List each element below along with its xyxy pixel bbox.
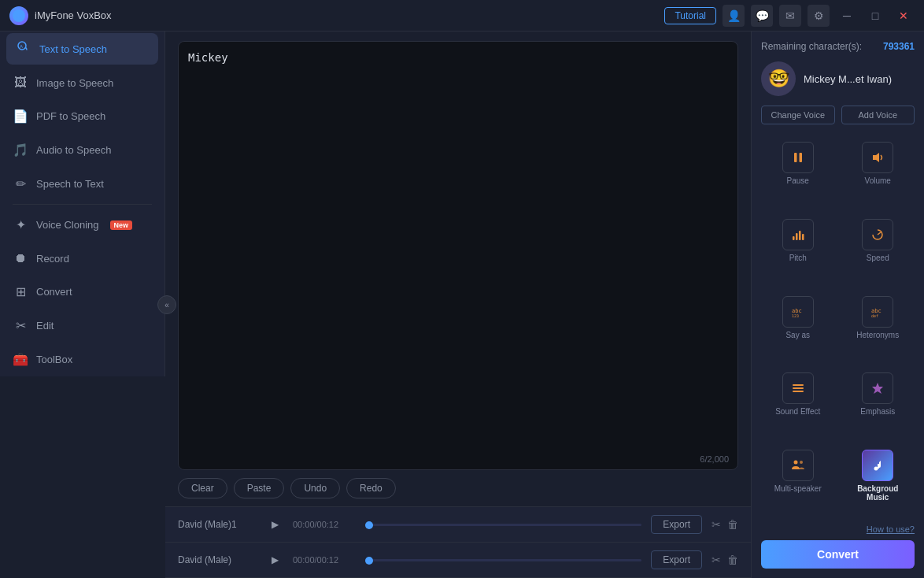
maximize-button[interactable]: □ <box>864 5 886 27</box>
voice-name: Mickey M...et Iwan) <box>804 73 892 85</box>
sidebar-label-audio-to-speech: Audio to Speech <box>36 144 111 156</box>
track-play-2[interactable]: ▶ <box>266 551 283 569</box>
voice-profile: 🤓 Mickey M...et Iwan) <box>761 61 915 96</box>
convert-icon: ⊞ <box>13 284 28 299</box>
right-panel: Remaining character(s): 793361 🤓 Mickey … <box>751 31 924 578</box>
how-to-use-link[interactable]: How to use? <box>761 524 915 534</box>
avatar: 🤓 <box>761 61 796 96</box>
change-voice-button[interactable]: Change Voice <box>761 106 835 124</box>
image-to-speech-icon: 🖼 <box>13 76 28 90</box>
text-editor[interactable]: Mickey <box>178 41 738 470</box>
control-sound-effect[interactable]: Sound Effect <box>761 368 835 439</box>
delete-icon-1[interactable]: 🗑 <box>727 518 738 531</box>
pitch-label: Pitch <box>789 254 807 262</box>
control-pitch[interactable]: Pitch <box>761 214 835 285</box>
clear-button[interactable]: Clear <box>178 478 227 498</box>
toolbox-icon: 🧰 <box>13 352 28 367</box>
svg-rect-15 <box>793 384 804 386</box>
sidebar-label-voice-cloning: Voice Cloning <box>36 219 99 231</box>
delete-icon-2[interactable]: 🗑 <box>727 554 738 566</box>
export-button-2[interactable]: Export <box>651 550 702 569</box>
sidebar-item-audio-to-speech[interactable]: 🎵 Audio to Speech <box>0 133 164 167</box>
svg-line-10 <box>878 232 881 235</box>
sidebar-label-pdf-to-speech: PDF to Speech <box>36 110 105 122</box>
svg-rect-22 <box>878 464 879 469</box>
track-progress-1[interactable] <box>365 524 641 526</box>
sound-effect-label: Sound Effect <box>775 407 820 416</box>
undo-button[interactable]: Undo <box>290 478 340 498</box>
paste-button[interactable]: Paste <box>234 478 285 498</box>
sidebar-item-text-to-speech[interactable]: A Text to Speech <box>6 33 158 65</box>
sidebar-label-record: Record <box>36 253 69 265</box>
svg-text:A: A <box>20 44 23 49</box>
title-bar-controls: Tutorial 👤 💬 ✉ ⚙ ─ □ ✕ <box>664 5 915 27</box>
emphasis-icon-box <box>862 372 893 404</box>
control-pause[interactable]: Pause <box>761 137 835 208</box>
tutorial-button[interactable]: Tutorial <box>664 7 716 24</box>
pitch-icon-box <box>782 219 814 250</box>
pause-icon-box <box>782 142 814 173</box>
control-volume[interactable]: Volume <box>841 137 915 208</box>
control-emphasis[interactable]: Emphasis <box>841 368 915 439</box>
sidebar-collapse-button[interactable]: « <box>157 295 176 314</box>
svg-point-21 <box>874 467 878 471</box>
discord-icon[interactable]: 💬 <box>751 5 773 27</box>
convert-button[interactable]: Convert <box>761 540 915 569</box>
sidebar-label-image-to-speech: Image to Speech <box>36 77 113 89</box>
svg-marker-18 <box>872 383 883 394</box>
svg-point-19 <box>793 461 797 465</box>
svg-rect-3 <box>794 153 797 162</box>
svg-marker-5 <box>873 153 879 162</box>
sidebar-item-edit[interactable]: ✂ Edit <box>0 309 164 343</box>
control-speed[interactable]: Speed <box>841 214 915 285</box>
text-to-speech-icon: A <box>16 41 31 57</box>
editor-buttons: Clear Paste Undo Redo <box>178 470 738 506</box>
multi-speaker-label: Multi-speaker <box>774 484 822 493</box>
sidebar: A Text to Speech 🖼 Image to Speech 📄 PDF… <box>0 31 165 376</box>
edit-icon: ✂ <box>13 318 28 333</box>
sidebar-divider <box>13 204 152 205</box>
app-title: iMyFone VoxBox <box>35 9 664 21</box>
add-voice-button[interactable]: Add Voice <box>841 106 915 124</box>
sidebar-item-toolbox[interactable]: 🧰 ToolBox <box>0 343 164 376</box>
svg-text:123: 123 <box>792 313 799 318</box>
track-play-1[interactable]: ▶ <box>266 516 283 533</box>
control-heteronyms[interactable]: abc def Heteronyms <box>841 291 915 362</box>
sidebar-item-image-to-speech[interactable]: 🖼 Image to Speech <box>0 66 164 99</box>
close-button[interactable]: ✕ <box>893 5 915 27</box>
sidebar-item-pdf-to-speech[interactable]: 📄 PDF to Speech <box>0 99 164 133</box>
sidebar-item-convert[interactable]: ⊞ Convert <box>0 275 164 309</box>
minimize-button[interactable]: ─ <box>836 5 858 27</box>
sidebar-item-voice-cloning[interactable]: ✦ Voice Cloning New <box>0 208 164 242</box>
sidebar-wrapper: A Text to Speech 🖼 Image to Speech 📄 PDF… <box>0 31 165 578</box>
sidebar-label-text-to-speech: Text to Speech <box>39 43 107 55</box>
svg-rect-6 <box>793 236 795 240</box>
sidebar-item-speech-to-text[interactable]: ✏ Speech to Text <box>0 167 164 201</box>
voice-cloning-icon: ✦ <box>13 217 28 232</box>
remaining-chars: Remaining character(s): 793361 <box>761 41 915 52</box>
scissors-icon-1[interactable]: ✂ <box>711 518 721 531</box>
svg-rect-16 <box>793 387 804 389</box>
control-multi-speaker[interactable]: Multi-speaker <box>761 445 835 524</box>
new-badge: New <box>110 220 133 230</box>
sidebar-label-toolbox: ToolBox <box>36 354 72 365</box>
track-dot-1 <box>365 521 373 529</box>
user-icon[interactable]: 👤 <box>723 5 745 27</box>
mail-icon[interactable]: ✉ <box>779 5 801 27</box>
say-as-icon-box: abc 123 <box>782 296 814 328</box>
sidebar-label-convert: Convert <box>36 286 72 298</box>
control-background-music[interactable]: Backgroud Music <box>841 445 915 524</box>
control-say-as[interactable]: abc 123 Say as <box>761 291 835 362</box>
export-button-1[interactable]: Export <box>651 515 702 534</box>
track-time-1: 00:00/00:12 <box>293 520 356 529</box>
svg-point-20 <box>800 461 803 464</box>
scissors-icon-2[interactable]: ✂ <box>711 554 721 566</box>
background-music-label: Backgroud Music <box>846 484 911 502</box>
track-progress-2[interactable] <box>365 559 641 561</box>
audio-tracks: David (Male)1 ▶ 00:00/00:12 Export ✂ 🗑 D… <box>165 506 751 578</box>
emphasis-label: Emphasis <box>860 407 895 416</box>
track-name-2: David (Male) <box>178 554 257 565</box>
redo-button[interactable]: Redo <box>346 478 396 498</box>
sidebar-item-record[interactable]: ⏺ Record <box>0 242 164 275</box>
settings-icon[interactable]: ⚙ <box>808 5 830 27</box>
